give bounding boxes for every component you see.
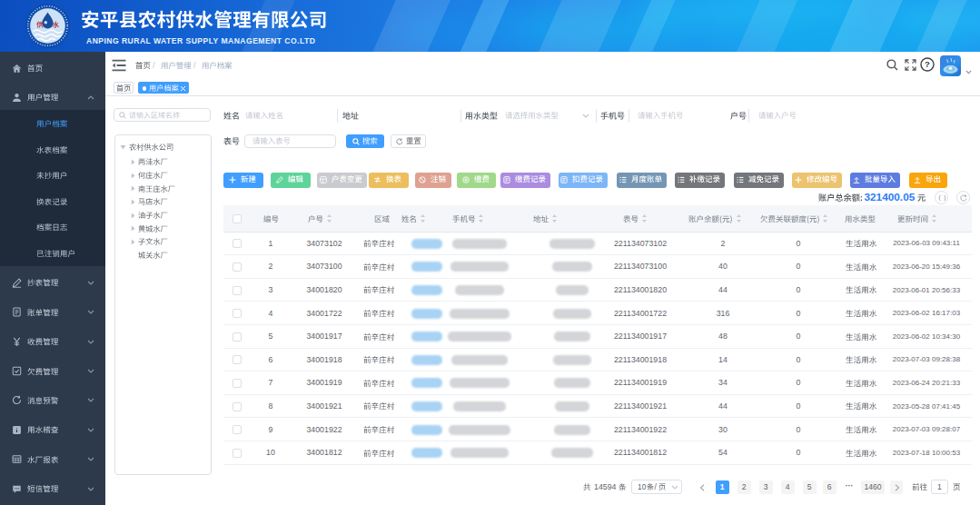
- svg-text:?: ?: [925, 59, 930, 69]
